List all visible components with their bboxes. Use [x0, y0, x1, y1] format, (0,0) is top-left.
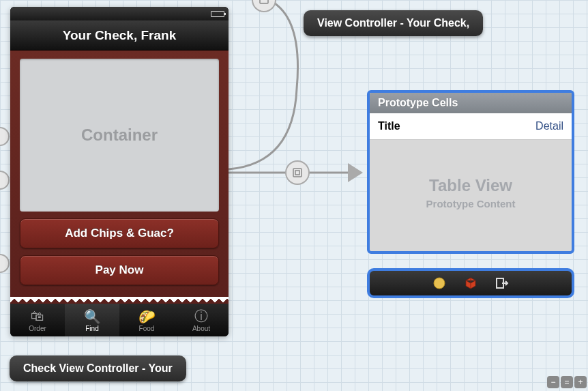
prototype-cells-header: Prototype Cells — [370, 93, 572, 113]
iphone-scene[interactable]: Your Check, Frank Container Add Chips & … — [10, 7, 229, 336]
zoom-fit-button[interactable]: = — [561, 376, 573, 388]
tab-about[interactable]: ⓘ About — [174, 304, 229, 336]
nav-title: Your Check, Frank — [63, 28, 176, 43]
svg-point-4 — [434, 278, 445, 289]
segue-embed-icon[interactable] — [285, 160, 310, 185]
svg-rect-3 — [295, 171, 299, 175]
tab-order[interactable]: 🛍 Order — [10, 304, 65, 336]
disk-icon[interactable] — [432, 276, 447, 291]
tab-label: About — [192, 325, 210, 332]
info-icon: ⓘ — [194, 308, 208, 325]
svg-rect-2 — [293, 169, 302, 177]
tableview-subtitle: Prototype Content — [426, 198, 516, 209]
table-view-scene[interactable]: Prototype Cells Title Detail Table View … — [367, 90, 574, 254]
zoom-out-button[interactable]: − — [547, 376, 559, 388]
cell-title-label: Title — [378, 120, 400, 132]
tab-bar: 🛍 Order 🔍 Find 🌮 Food ⓘ About — [10, 304, 229, 336]
add-chips-button[interactable]: Add Chips & Guac? — [20, 218, 219, 248]
tab-find[interactable]: 🔍 Find — [65, 304, 119, 336]
status-bar — [10, 7, 229, 20]
scene-label-check-vc[interactable]: Check View Controller - Your — [10, 356, 186, 381]
tab-food[interactable]: 🌮 Food — [119, 304, 174, 336]
cube-icon[interactable] — [463, 276, 478, 291]
zoom-in-button[interactable]: + — [574, 376, 587, 388]
cell-detail-label: Detail — [535, 120, 563, 132]
prototype-cell[interactable]: Title Detail — [370, 113, 572, 140]
svg-rect-0 — [260, 0, 268, 3]
navigation-bar: Your Check, Frank — [10, 20, 229, 50]
exit-icon[interactable] — [495, 276, 510, 291]
container-view[interactable]: Container — [20, 59, 219, 212]
zoom-controls: − = + — [547, 376, 587, 388]
scene-label-vc[interactable]: View Controller - Your Check, — [304, 10, 483, 36]
tab-label: Find — [85, 325, 98, 332]
receipt-edge-decoration — [10, 297, 229, 304]
pay-now-button[interactable]: Pay Now — [20, 255, 219, 285]
scene-dock[interactable] — [367, 268, 574, 298]
tableview-title: Table View — [429, 176, 512, 195]
root-view: Container Add Chips & Guac? Pay Now — [10, 50, 229, 304]
tab-label: Order — [29, 325, 46, 332]
segue-arrow-icon — [348, 163, 363, 182]
tab-label: Food — [139, 325, 155, 332]
taco-icon: 🌮 — [138, 308, 156, 325]
table-view-placeholder: Table View Prototype Content — [370, 140, 572, 246]
search-icon: 🔍 — [84, 308, 101, 325]
battery-icon — [211, 11, 224, 17]
bag-icon: 🛍 — [31, 308, 44, 325]
